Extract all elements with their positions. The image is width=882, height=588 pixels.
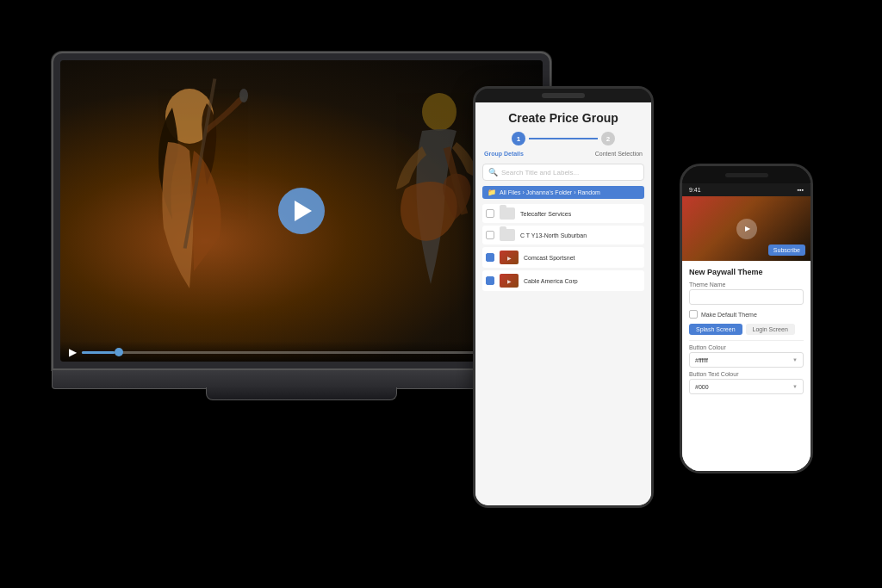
phone-video-preview: Subscribe <box>682 196 811 261</box>
file-checkbox-1[interactable] <box>486 209 494 218</box>
file-checkbox-2[interactable] <box>486 231 494 239</box>
tablet-content: Create Price Group 1 2 Group Details Con… <box>475 102 651 508</box>
dropdown-arrow-icon-2: ▼ <box>792 384 798 389</box>
button-colour-value: #ffffff <box>695 357 792 363</box>
file-name-1: Telecafter Services <box>520 211 641 217</box>
progress-bar[interactable] <box>82 351 486 354</box>
phone-play-button[interactable] <box>736 219 757 239</box>
step-1-label: Group Details <box>484 151 524 157</box>
video-play-button[interactable] <box>278 188 325 234</box>
list-item[interactable]: Telecafter Services <box>482 204 644 223</box>
phone: 9:41 ▪▪▪ Subscribe New Paywall Theme The… <box>680 164 813 473</box>
file-list: Telecafter Services C T Y13-North Suburb… <box>482 204 644 291</box>
folder-icon-2 <box>500 229 515 241</box>
button-colour-select[interactable]: #ffffff ▼ <box>689 352 804 368</box>
file-name-4: Cable America Corp <box>524 278 641 284</box>
svg-point-2 <box>422 93 457 131</box>
play-icon[interactable]: ▶ <box>69 346 77 358</box>
video-thumb-2 <box>500 274 519 288</box>
button-text-colour-label: Button Text Colour <box>689 371 804 377</box>
phone-video-overlay <box>736 219 757 239</box>
breadcrumb: 📁 All Files › Johanna's Folder › Random <box>482 186 644 199</box>
file-checkbox-3[interactable] <box>486 253 494 262</box>
splash-screen-tab[interactable]: Splash Screen <box>689 324 742 335</box>
step-1-circle: 1 <box>512 132 525 145</box>
list-item[interactable]: Cable America Corp <box>482 270 644 291</box>
video-controls: ▶ 0:06 🔊 ⛶ <box>60 341 543 362</box>
phone-screen: 9:41 ▪▪▪ Subscribe New Paywall Theme The… <box>682 183 811 471</box>
theme-name-label: Theme Name <box>689 282 804 288</box>
tablet-page-title: Create Price Group <box>482 111 644 125</box>
button-text-colour-value: #000 <box>695 384 792 390</box>
scene: ▶ 0:06 🔊 ⛶ Create <box>0 0 882 588</box>
search-icon: 🔍 <box>488 168 498 176</box>
breadcrumb-icon: 📁 <box>488 189 496 196</box>
singer-figure <box>95 65 284 297</box>
phone-content: New Paywall Theme Theme Name Make Defaul… <box>682 261 811 471</box>
make-default-row[interactable]: Make Default Theme <box>689 310 804 319</box>
file-checkbox-4[interactable] <box>486 276 494 285</box>
phone-cta-button[interactable]: Subscribe <box>768 244 805 256</box>
tablet-notch <box>542 93 585 98</box>
button-text-colour-select[interactable]: #000 ▼ <box>689 379 804 394</box>
tablet-screen: Create Price Group 1 2 Group Details Con… <box>475 102 651 508</box>
svg-point-1 <box>239 89 248 102</box>
login-screen-tab[interactable]: Login Screen <box>746 324 795 335</box>
list-item[interactable]: Comcast Sportsnet <box>482 247 644 268</box>
video-thumb-1 <box>500 251 519 264</box>
tablet-notch-area <box>475 89 651 102</box>
progress-fill <box>82 351 115 354</box>
dropdown-arrow-icon: ▼ <box>792 357 798 362</box>
video-background: ▶ 0:06 🔊 ⛶ <box>60 60 543 362</box>
phone-time: 9:41 <box>689 187 701 193</box>
step-2-label: Content Selection <box>595 151 643 157</box>
file-name-3: Comcast Sportsnet <box>524 255 641 261</box>
file-name-2: C T Y13-North Suburban <box>520 232 641 238</box>
divider-1 <box>689 340 804 341</box>
laptop-screen: ▶ 0:06 🔊 ⛶ <box>60 60 543 362</box>
folder-icon <box>500 207 515 220</box>
button-colour-label: Button Colour <box>689 344 804 350</box>
make-default-label: Make Default Theme <box>701 312 757 318</box>
screen-tabs: Splash Screen Login Screen <box>689 324 804 335</box>
search-placeholder-text: Search Title and Labels... <box>501 169 579 176</box>
phone-notch <box>682 166 811 183</box>
phone-status-bar: 9:41 ▪▪▪ <box>682 183 811 196</box>
step-2-circle: 2 <box>601 132 615 145</box>
theme-name-input[interactable] <box>689 289 804 305</box>
phone-notch-bar <box>725 173 768 177</box>
step-line <box>529 138 598 139</box>
phone-status-icons: ▪▪▪ <box>798 187 804 193</box>
list-item[interactable]: C T Y13-North Suburban <box>482 226 644 244</box>
breadcrumb-text: All Files › Johanna's Folder › Random <box>500 189 600 195</box>
search-bar[interactable]: 🔍 Search Title and Labels... <box>482 164 644 181</box>
make-default-checkbox[interactable] <box>689 310 698 319</box>
phone-section-title: New Paywall Theme <box>689 268 804 276</box>
progress-dot <box>115 348 123 356</box>
steps-bar: 1 2 <box>482 132 644 145</box>
tablet: Create Price Group 1 2 Group Details Con… <box>473 86 654 508</box>
step-labels: Group Details Content Selection <box>482 151 644 157</box>
